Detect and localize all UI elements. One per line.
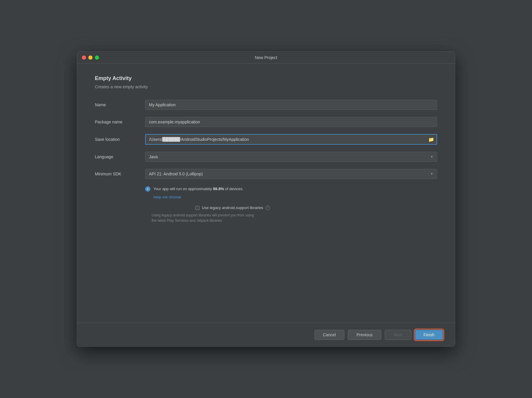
info-icon: i (145, 186, 150, 192)
save-location-input[interactable] (145, 134, 437, 145)
language-select-wrapper: Java Kotlin ▼ (145, 152, 437, 162)
language-row: Language Java Kotlin ▼ (95, 152, 437, 162)
window-title: New Project (255, 55, 277, 60)
minimum-sdk-row: Minimum SDK API 21: Android 5.0 (Lollipo… (95, 169, 437, 179)
legacy-checkbox-row: Use legacy android.support libraries ? (195, 205, 437, 210)
section-title: Empty Activity (95, 75, 437, 81)
legacy-help-circle[interactable]: ? (265, 205, 270, 210)
name-input[interactable] (145, 100, 437, 110)
save-location-row: Save location 📁 (95, 134, 437, 145)
language-select[interactable]: Java Kotlin (145, 152, 437, 162)
name-label: Name (95, 102, 145, 107)
title-bar: New Project (77, 52, 455, 63)
info-section: i Your app will run on approximately 98.… (145, 186, 437, 200)
minimize-button[interactable] (88, 56, 93, 60)
name-row: Name (95, 100, 437, 110)
package-name-input[interactable] (145, 117, 437, 127)
info-percentage: 98.8% (213, 187, 224, 191)
info-text-suffix: of devices. (224, 187, 244, 191)
next-button[interactable]: Next (385, 330, 411, 340)
legacy-description: Using legacy android.support libraries w… (152, 213, 437, 223)
package-name-row: Package name (95, 117, 437, 127)
info-text: Your app will run on approximately 98.8%… (153, 186, 244, 192)
cancel-button[interactable]: Cancel (314, 330, 345, 340)
package-name-label: Package name (95, 120, 145, 124)
info-text-prefix: Your app will run on approximately (153, 187, 213, 191)
close-button[interactable] (82, 56, 86, 60)
minimum-sdk-select-wrapper: API 21: Android 5.0 (Lollipop) API 22: A… (145, 169, 437, 179)
legacy-checkbox[interactable] (195, 206, 200, 210)
traffic-lights (82, 56, 99, 60)
info-row: i Your app will run on approximately 98.… (145, 186, 437, 192)
finish-button[interactable]: Finish (415, 330, 443, 340)
save-location-wrapper: 📁 (145, 134, 437, 145)
main-content: Empty Activity Creates a new empty activ… (77, 63, 455, 323)
folder-icon[interactable]: 📁 (428, 137, 434, 142)
maximize-button[interactable] (95, 56, 99, 60)
previous-button[interactable]: Previous (348, 330, 381, 340)
help-me-choose-link[interactable]: Help me choose (153, 195, 181, 199)
minimum-sdk-label: Minimum SDK (95, 172, 145, 176)
save-location-label: Save location (95, 137, 145, 142)
legacy-checkbox-label: Use legacy android.support libraries (202, 205, 263, 210)
new-project-window: New Project Empty Activity Creates a new… (77, 51, 455, 347)
language-label: Language (95, 154, 145, 159)
footer: Cancel Previous Next Finish (77, 323, 455, 346)
minimum-sdk-select[interactable]: API 21: Android 5.0 (Lollipop) API 22: A… (145, 169, 437, 179)
section-subtitle: Creates a new empty activity (95, 84, 437, 89)
legacy-section: Use legacy android.support libraries ? U… (145, 205, 437, 223)
